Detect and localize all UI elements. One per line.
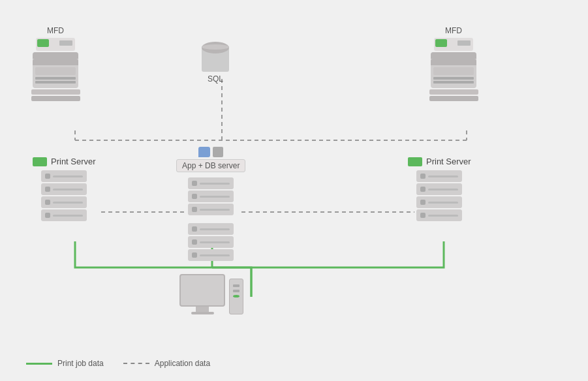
- mfd-left-badge: [37, 39, 49, 47]
- mfd-left-label: MFD: [47, 26, 64, 35]
- mfd-right-node: MFD: [427, 26, 480, 97]
- doc-icon: [213, 147, 223, 157]
- mfd-left-icon: [29, 38, 82, 97]
- mfd-right-badge: [435, 39, 447, 47]
- dashed-line-label: Application data: [155, 359, 210, 368]
- print-server-left-badge: [33, 157, 47, 166]
- app-db-label: App + DB server: [176, 159, 245, 172]
- solid-line-icon: [26, 363, 52, 365]
- sql-node: SQL: [199, 39, 232, 86]
- solid-line-label: Print job data: [57, 359, 104, 368]
- print-server-right-label-row: Print Server: [408, 157, 471, 166]
- dashed-line-icon: [123, 363, 149, 364]
- mfd-right-icon: [427, 38, 480, 97]
- legend-solid: Print job data: [26, 359, 104, 368]
- app-db-badges: [198, 147, 223, 157]
- print-server-left-icon: [41, 169, 87, 222]
- print-server-right-label: Print Server: [426, 157, 471, 166]
- print-server-right-icon: [416, 169, 462, 222]
- print-server-left-node: Print Server: [33, 157, 96, 222]
- legend-dashed: Application data: [123, 359, 210, 368]
- legend: Print job data Application data: [26, 359, 210, 368]
- sql-label: SQL: [208, 74, 223, 84]
- workstation-node: [179, 274, 243, 314]
- print-server-right-badge: [408, 157, 422, 166]
- diagram: MFD MFD: [0, 0, 588, 381]
- app-db-server-node: App + DB server: [176, 147, 245, 262]
- sql-icon: [199, 39, 232, 72]
- workstation-icon: [179, 274, 243, 314]
- print-server-left-label-row: Print Server: [33, 157, 96, 166]
- mfd-right-label: MFD: [445, 26, 462, 35]
- app-db-icon: [188, 176, 234, 262]
- print-server-right-node: Print Server: [408, 157, 471, 222]
- mfd-left-node: MFD: [29, 26, 82, 97]
- print-server-left-label: Print Server: [51, 157, 96, 166]
- chat-icon: [198, 147, 210, 157]
